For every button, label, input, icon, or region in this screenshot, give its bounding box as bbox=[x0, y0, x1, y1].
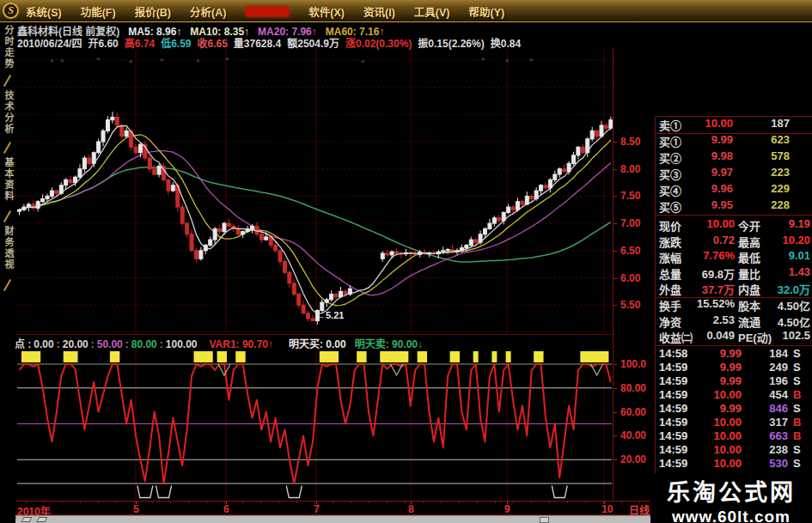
minor-tick bbox=[477, 502, 478, 503]
menu-bar: S 系统(S)功能(F)报价(B)分析(A)软件(X)资讯(I)工具(V)帮助(… bbox=[0, 0, 812, 22]
stats-row: 外盘37.7万内盘32.0万 bbox=[656, 281, 812, 295]
menu-item-2[interactable]: 功能(F) bbox=[81, 3, 116, 20]
stat-value: 2.53 bbox=[687, 313, 735, 326]
axis-tick bbox=[614, 435, 617, 436]
tick-price: 9.99 bbox=[700, 361, 742, 374]
panel-divider bbox=[15, 334, 614, 335]
stats-row: 现价10.00今开9.19 bbox=[656, 217, 812, 232]
text-segment: 明天卖: 90.00↓ bbox=[355, 338, 423, 350]
minor-tick bbox=[26, 502, 27, 503]
stats-row: 收益㈡0.049PE(动)102.5 bbox=[656, 329, 812, 344]
menu-item-4[interactable]: 分析(A) bbox=[190, 3, 226, 20]
tick-row: 14:5910.00238S bbox=[656, 443, 812, 458]
divider bbox=[656, 133, 812, 134]
divider bbox=[656, 345, 812, 346]
stats-row: 换手15.52%股本4.50亿 bbox=[656, 297, 812, 312]
order-book-row[interactable]: 买④9.96229 bbox=[656, 182, 812, 197]
sidebar-tab-2[interactable]: 技术分析 bbox=[2, 90, 15, 135]
text-segment: 量37628.4 bbox=[234, 38, 281, 50]
menu-item-promo[interactable] bbox=[245, 6, 290, 17]
tick-row: 14:599.99196S bbox=[656, 374, 812, 389]
month-label: 9 bbox=[504, 503, 510, 515]
text-segment: : bbox=[125, 338, 129, 350]
tick-side: B bbox=[793, 388, 809, 401]
svg-text:×: × bbox=[160, 56, 164, 64]
text-segment: 20.00 bbox=[63, 338, 89, 350]
app-logo-icon[interactable]: S bbox=[3, 3, 19, 19]
minor-tick bbox=[278, 502, 279, 503]
minor-tick bbox=[98, 502, 99, 503]
svg-text:×: × bbox=[50, 57, 54, 64]
menu-item-3[interactable]: 报价(B) bbox=[135, 3, 171, 20]
stat-label: 涨跌 bbox=[659, 234, 681, 250]
stat-value: 10.20 bbox=[762, 234, 810, 246]
menu-item-8[interactable]: 帮助(Y) bbox=[469, 3, 505, 20]
order-book-row[interactable]: 买①9.99623 bbox=[656, 133, 812, 148]
stock-title-row: 鑫科材料(日线 前复权)MA5: 8.96↑MA10: 8.35↑MA20: 7… bbox=[17, 23, 384, 35]
tick-side: S bbox=[793, 361, 809, 374]
tick-volume: 454 bbox=[743, 388, 788, 401]
tick-side: S bbox=[793, 374, 809, 387]
sheet-tab[interactable] bbox=[37, 517, 48, 522]
sidebar-tab-1[interactable]: 分时走势 bbox=[2, 25, 15, 70]
price-axis: 8.508.007.507.006.506.005.50100.080.0060… bbox=[613, 47, 656, 515]
month-tick bbox=[226, 502, 227, 504]
tick-volume: 238 bbox=[743, 443, 788, 456]
month-label: 6 bbox=[223, 503, 229, 515]
axis-tick bbox=[614, 169, 617, 170]
stat-value: 32.0万 bbox=[762, 281, 810, 297]
tick-volume: 249 bbox=[743, 361, 788, 374]
order-book-row[interactable]: 买③9.97223 bbox=[656, 166, 812, 180]
axis-tick bbox=[614, 305, 617, 306]
menu-item-6[interactable]: 资讯(I) bbox=[363, 3, 395, 20]
order-price: 9.95 bbox=[688, 198, 733, 211]
tick-price: 10.00 bbox=[700, 443, 742, 456]
month-tick bbox=[316, 502, 317, 504]
menu-item-1[interactable]: 系统(S) bbox=[26, 3, 62, 20]
axis-tick bbox=[614, 251, 617, 252]
svg-text:×: × bbox=[481, 55, 485, 63]
svg-text:×: × bbox=[96, 55, 101, 63]
stats-row: 涨跌0.72最高10.20 bbox=[656, 234, 812, 248]
tick-row: 14:5910.00663B bbox=[656, 429, 812, 444]
minor-tick bbox=[531, 502, 532, 503]
order-book-row[interactable]: 买②9.98578 bbox=[656, 149, 812, 164]
axis-tick bbox=[614, 388, 617, 389]
scrollbar-thumb[interactable] bbox=[540, 517, 549, 523]
price-tick-label: 7.00 bbox=[620, 217, 640, 229]
minor-tick bbox=[333, 502, 333, 503]
svg-text:×: × bbox=[529, 56, 534, 64]
minor-tick bbox=[441, 502, 442, 503]
menu-item-5[interactable]: 软件(X) bbox=[308, 3, 345, 20]
tick-time: 14:58 bbox=[659, 347, 687, 360]
order-volume: 578 bbox=[740, 149, 790, 162]
tick-price: 10.00 bbox=[700, 457, 742, 470]
axis-tick bbox=[614, 142, 617, 143]
candlestick-chart[interactable]: ←5.21××××××××××× bbox=[15, 47, 614, 334]
minor-tick bbox=[567, 502, 568, 503]
sidebar-tab-4[interactable]: 财务透视 bbox=[2, 226, 15, 271]
stat-value: 9.19 bbox=[762, 217, 810, 230]
stat-label: 涨幅 bbox=[659, 249, 681, 265]
tick-time: 14:59 bbox=[659, 361, 687, 374]
menu-item-7[interactable]: 工具(V) bbox=[414, 3, 450, 20]
sheet-tab[interactable] bbox=[21, 517, 33, 522]
indicator-panel[interactable] bbox=[15, 350, 614, 501]
tick-price: 10.00 bbox=[700, 429, 742, 442]
month-tick bbox=[507, 502, 508, 504]
text-segment: 0.00 bbox=[34, 338, 53, 350]
sidebar-tab-3[interactable]: 基本资料 bbox=[2, 157, 15, 202]
order-book-row[interactable]: 买⑤9.95228 bbox=[656, 198, 812, 213]
minor-tick bbox=[351, 502, 351, 503]
minor-tick bbox=[152, 502, 153, 503]
minor-tick bbox=[405, 502, 406, 503]
text-segment: 振0.15(2.26%) bbox=[418, 38, 484, 50]
minor-tick bbox=[369, 502, 369, 503]
month-tick bbox=[604, 502, 605, 504]
app-window: S 系统(S)功能(F)报价(B)分析(A)软件(X)资讯(I)工具(V)帮助(… bbox=[0, 0, 812, 523]
stat-value: 0.049 bbox=[687, 329, 735, 342]
svg-text:×: × bbox=[505, 57, 510, 64]
order-book-row[interactable]: 卖①10.00187 bbox=[656, 117, 812, 131]
order-volume: 223 bbox=[740, 166, 790, 179]
text-segment: 明天买: 0.00 bbox=[289, 338, 346, 350]
